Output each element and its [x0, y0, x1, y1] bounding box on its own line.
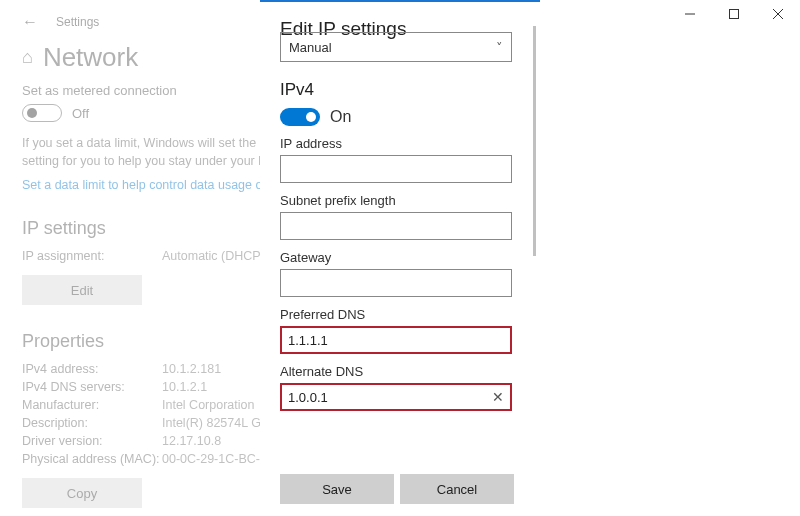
copy-button[interactable]: Copy	[22, 478, 142, 508]
preferred-dns-label: Preferred DNS	[280, 307, 522, 322]
ip-address-input[interactable]	[280, 155, 512, 183]
save-button[interactable]: Save	[280, 474, 394, 504]
ip-mode-select[interactable]: Manual ˅	[280, 32, 512, 62]
gateway-label: Gateway	[280, 250, 522, 265]
toggle-state: Off	[72, 106, 89, 121]
ip-address-label: IP address	[280, 136, 522, 151]
edit-ip-modal: Edit IP settings Manual ˅ IPv4 On IP add…	[260, 0, 540, 516]
ipv4-heading: IPv4	[280, 80, 522, 100]
edit-ip-button[interactable]: Edit	[22, 275, 142, 305]
ipv4-toggle[interactable]	[280, 108, 320, 126]
ipv4-toggle-state: On	[330, 108, 351, 126]
ip-assignment-value: Automatic (DHCP)	[162, 249, 265, 263]
maximize-button[interactable]	[712, 0, 756, 28]
alternate-dns-label: Alternate DNS	[280, 364, 522, 379]
preferred-dns-input[interactable]: 1.1.1.1	[280, 326, 512, 354]
modal-scrollbar[interactable]	[533, 26, 536, 256]
subnet-prefix-input[interactable]	[280, 212, 512, 240]
close-button[interactable]	[756, 0, 800, 28]
ip-assignment-label: IP assignment:	[22, 249, 162, 263]
back-icon[interactable]: ←	[22, 13, 38, 31]
chevron-down-icon: ˅	[496, 40, 503, 55]
cancel-button[interactable]: Cancel	[400, 474, 514, 504]
svg-rect-1	[730, 10, 739, 19]
subnet-prefix-label: Subnet prefix length	[280, 193, 522, 208]
gateway-input[interactable]	[280, 269, 512, 297]
window-title: Settings	[56, 15, 99, 29]
home-icon: ⌂	[22, 47, 33, 68]
alternate-dns-input[interactable]: 1.0.0.1 ✕	[280, 383, 512, 411]
minimize-button[interactable]	[668, 0, 712, 28]
clear-icon[interactable]: ✕	[492, 389, 504, 405]
